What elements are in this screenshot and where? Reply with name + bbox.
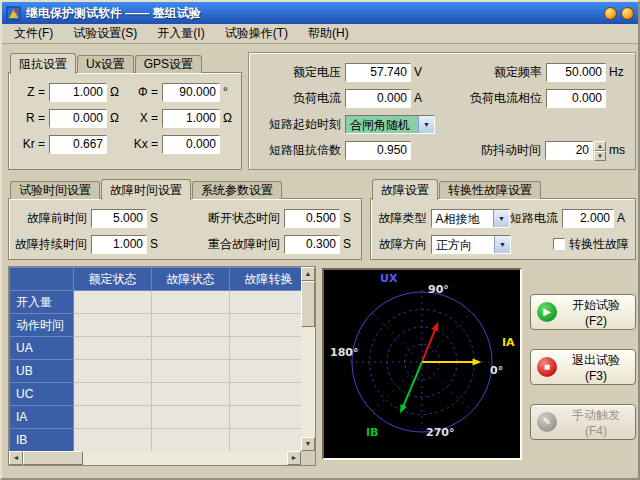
chevron-down-icon[interactable]: ▼ [493,210,509,227]
table-row: UC [10,383,302,406]
short-circuit-current-label: 短路电流 [510,210,558,227]
chevron-down-icon[interactable]: ▼ [418,116,434,133]
table-cell [230,291,302,314]
short-circuit-current-unit: A [617,211,629,225]
phi-label: Φ = [122,85,158,99]
impedance-tab-1[interactable]: Ux设置 [77,55,134,73]
table-cell [74,337,152,360]
convertible-fault-checkbox[interactable]: 转换性故障 [553,236,629,253]
table-cell [74,314,152,337]
reclose-fault-time-label: 重合故障时间 [162,236,280,253]
row-header-cell: IB [10,429,74,452]
time-tab-0[interactable]: 试验时间设置 [10,181,100,199]
kx-label: Kx = [122,137,158,151]
menu-item-4[interactable]: 帮助(H) [302,23,355,44]
menu-item-3[interactable]: 试验操作(T) [219,23,294,44]
prefault-time-input[interactable] [91,209,147,228]
debounce-time-input[interactable] [545,141,593,160]
menu-item-2[interactable]: 开入量(I) [151,23,210,44]
z-input[interactable] [49,83,107,102]
spinner-down-icon[interactable]: ▼ [594,151,606,161]
debounce-time-label: 防抖动时间 [426,142,541,159]
fault-direction-value: 正方向 [432,236,494,253]
chevron-down-icon[interactable]: ▼ [494,236,510,253]
impedance-multiple-label: 短路阻抗倍数 [255,142,341,159]
debounce-time-unit: ms [609,143,627,157]
kx-input[interactable] [162,135,220,154]
window-title: 继电保护测试软件 —— 整组试验 [26,5,604,22]
impedance-multiple-input[interactable] [345,141,411,160]
fault-type-combo[interactable]: A相接地 ▼ [431,209,510,228]
short-circuit-current-input[interactable] [562,209,614,228]
impedance-panel: 阻抗设置Ux设置GPS设置 Z = Ω Φ = ° R = Ω X = Ω Kr… [8,52,242,170]
short-circuit-start-combo[interactable]: 合闸角随机 ▼ [345,115,435,134]
fault-duration-input[interactable] [91,235,147,254]
time-tab-1[interactable]: 故障时间设置 [101,179,191,200]
fault-tab-0[interactable]: 故障设置 [372,179,438,200]
x-input[interactable] [162,109,220,128]
reclose-fault-time-input[interactable] [284,235,340,254]
vertical-scroll-thumb[interactable] [301,281,315,327]
ib-vector [402,362,422,408]
start-test-button[interactable]: ▶ 开始试验(F2) [530,294,636,330]
fault-type-value: A相接地 [432,210,493,227]
table-cell [230,360,302,383]
title-bar: 继电保护测试软件 —— 整组试验 [2,2,638,24]
prefault-time-unit: S [150,211,162,225]
open-state-time-input[interactable] [284,209,340,228]
fault-tab-1[interactable]: 转换性故障设置 [439,181,541,199]
phasor-label-ia: IA [502,336,515,349]
rated-voltage-input[interactable] [345,63,411,82]
menu-bar: 文件(F)试验设置(S)开入量(I)试验操作(T)帮助(H) [2,24,638,44]
fault-direction-combo[interactable]: 正方向 ▼ [431,235,511,254]
impedance-tab-2[interactable]: GPS设置 [135,55,202,73]
short-circuit-start-value: 合闸角随机 [346,116,418,133]
table-cell [74,406,152,429]
ia-vector-arrowhead [473,359,482,366]
rated-voltage-label: 额定电压 [255,64,341,81]
horizontal-scroll-thumb[interactable] [23,451,83,465]
row-header-cell: 开入量 [10,291,74,314]
time-tab-2[interactable]: 系统参数设置 [192,181,282,199]
manual-trigger-button[interactable]: ✎ 手动触发(F4) [530,404,636,440]
menu-item-1[interactable]: 试验设置(S) [67,23,143,44]
row-header-cell: UB [10,360,74,383]
exit-test-button[interactable]: ■ 退出试验(F3) [530,349,636,385]
row-header-cell: 动作时间 [10,314,74,337]
table-vertical-scrollbar[interactable]: ▲ ▼ [301,267,315,451]
table-cell [74,383,152,406]
phi-input[interactable] [162,83,220,102]
rated-frequency-input[interactable] [546,63,606,82]
table-cell [152,383,230,406]
table-horizontal-scrollbar[interactable]: ◄ ► [9,451,301,465]
menu-item-0[interactable]: 文件(F) [8,23,59,44]
stop-icon: ■ [537,357,557,377]
scroll-down-icon[interactable]: ▼ [301,437,315,451]
scroll-up-icon[interactable]: ▲ [301,267,315,281]
scroll-right-icon[interactable]: ► [287,451,301,465]
load-current-input[interactable] [345,89,411,108]
fault-type-label: 故障类型 [377,210,427,227]
fault-direction-label: 故障方向 [377,236,427,253]
scroll-left-icon[interactable]: ◄ [9,451,23,465]
phasor-label-deg90: 90° [428,283,449,296]
result-table-panel: 额定状态故障状态故障转换 开入量动作时间UAUBUCIAIB ▲ ▼ ◄ ► [8,266,316,466]
exit-test-label: 退出试验(F3) [563,352,629,383]
scrollbar-corner [301,451,315,465]
load-current-phase-input[interactable] [546,89,606,108]
fault-duration-unit: S [150,237,162,251]
table-row: UA [10,337,302,360]
r-input[interactable] [49,109,107,128]
impedance-tab-0[interactable]: 阻抗设置 [10,53,76,74]
debounce-spinner[interactable]: ▲▼ [594,141,606,160]
table-row: UB [10,360,302,383]
x-unit: Ω [223,111,235,125]
ux-vector-arrowhead [432,322,439,332]
spinner-up-icon[interactable]: ▲ [594,141,606,151]
close-button[interactable] [621,7,634,20]
kr-input[interactable] [49,135,107,154]
table-row: 动作时间 [10,314,302,337]
minimize-button[interactable] [604,7,617,20]
checkbox-box[interactable] [553,238,565,250]
time-panel: 试验时间设置故障时间设置系统参数设置 故障前时间 S 断开状态时间 S 故障持续… [8,178,362,260]
